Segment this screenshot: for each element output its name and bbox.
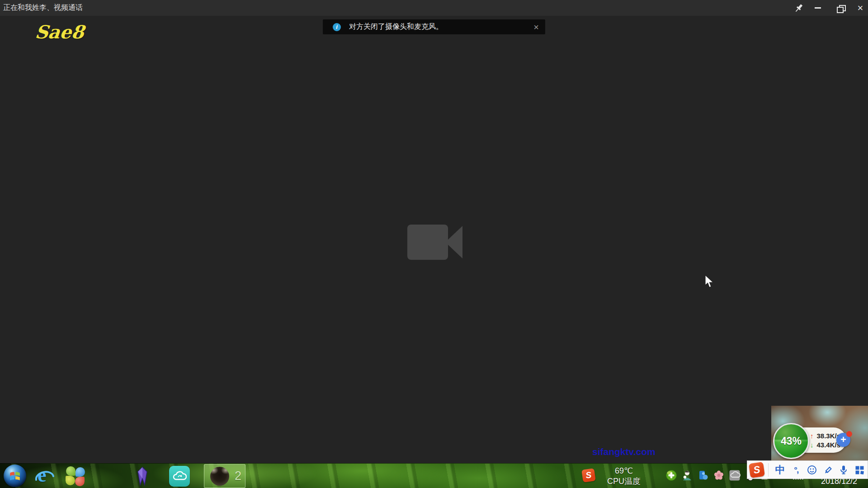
pinwheel-icon [66, 466, 75, 476]
toolbox-grid-icon [854, 465, 865, 475]
app-logo: Sae8 [34, 21, 85, 42]
ime-language-toggle[interactable]: 中 [772, 463, 788, 477]
microphone-icon [838, 465, 849, 475]
video-call-window: 正在和我姓李、视频通话 × Sae8 i 对方关闭了摄 [0, 0, 868, 488]
tray-phone-app-icon[interactable] [697, 469, 709, 481]
ime-voice-button[interactable] [836, 465, 852, 475]
ime-separator [768, 463, 769, 477]
taskbar-game-app-button[interactable] [132, 465, 153, 487]
watermark-text: sifangktv.com [592, 446, 656, 457]
tray-messenger-icon[interactable] [681, 469, 693, 481]
tray-cloud-disabled-icon[interactable] [729, 469, 741, 481]
video-call-area: Sae8 i 对方关闭了摄像头和麦克风。 × sifangktv.com ↑ 3… [0, 16, 868, 463]
window-title: 正在和我姓李、视频通话 [3, 3, 83, 13]
notification-dot [846, 431, 852, 437]
pen-icon [822, 465, 833, 475]
pin-button[interactable] [790, 0, 807, 16]
start-button[interactable] [4, 465, 26, 487]
tray-flower-icon[interactable] [713, 469, 725, 481]
tray-sogou-icon[interactable]: S [581, 468, 596, 483]
download-arrow-icon: ↓ [810, 441, 814, 449]
mouse-cursor [703, 275, 715, 290]
ime-punctuation-toggle[interactable]: °, [788, 465, 804, 475]
minimize-button[interactable] [809, 0, 826, 16]
taskbar-cloud-app-button[interactable] [169, 466, 190, 487]
restore-button[interactable] [832, 0, 849, 16]
titlebar: 正在和我姓李、视频通话 × [0, 0, 868, 16]
cpu-temp-label: CPU温度 [607, 476, 641, 487]
memory-usage-ball[interactable]: 43% [773, 423, 809, 459]
tray-360-safety-icon[interactable] [665, 469, 677, 481]
info-icon: i [333, 23, 341, 31]
restore-icon [837, 5, 844, 11]
taskbar-active-call-app-button[interactable]: 2 [204, 464, 245, 488]
windows-flag-icon [9, 469, 21, 482]
minimize-icon [815, 7, 821, 9]
smiley-icon [807, 465, 817, 475]
memory-percent: 43% [781, 435, 802, 447]
camera-off-icon [407, 225, 462, 260]
notification-text: 对方关闭了摄像头和麦克风。 [349, 22, 443, 32]
sogou-logo-icon[interactable]: S [749, 461, 765, 478]
cloud-sync-icon [172, 470, 187, 482]
contact-avatar [210, 467, 229, 486]
purple-gem-icon [133, 466, 151, 487]
cpu-temp-value: 69℃ [615, 466, 633, 476]
ime-toolbox-button[interactable] [852, 465, 868, 475]
banner-close-button[interactable]: × [533, 23, 539, 32]
close-icon: × [858, 0, 863, 16]
ime-emoji-button[interactable] [804, 465, 820, 475]
upload-arrow-icon: ↑ [810, 432, 814, 440]
taskbar-badge: 2 [235, 469, 241, 483]
ime-toolbar: S 中 °, [747, 460, 868, 479]
ie-swoosh-icon [33, 468, 56, 486]
ime-handwriting-button[interactable] [820, 465, 836, 475]
pin-icon [793, 3, 804, 14]
notification-banner: i 对方关闭了摄像头和麦克风。 × [323, 19, 545, 34]
cpu-temperature-widget[interactable]: 69℃ CPU温度 [600, 465, 647, 488]
taskbar-ie-button[interactable]: e [33, 465, 56, 486]
taskbar-pinwheel-app-button[interactable] [65, 466, 86, 487]
taskbar: e 2 S [0, 463, 868, 488]
close-button[interactable]: × [852, 0, 868, 16]
